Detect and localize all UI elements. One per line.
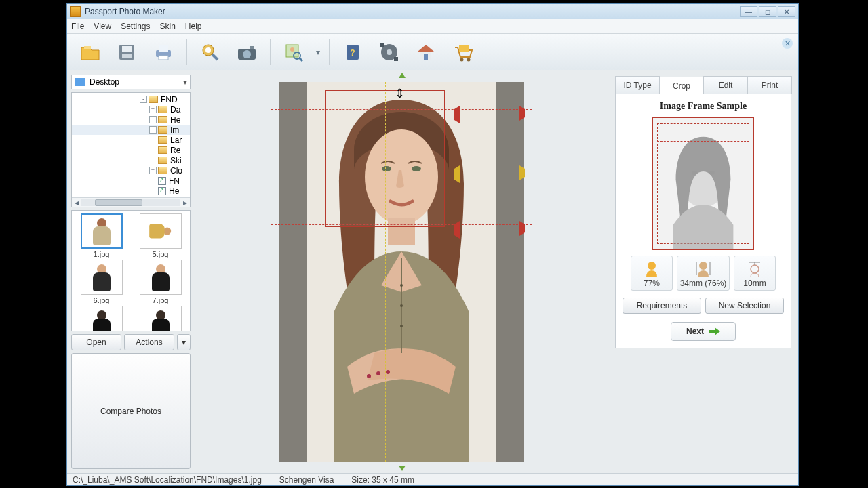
top-margin-icon [747,260,763,277]
tab-crop[interactable]: Crop [659,77,704,94]
toolbar-cart[interactable] [446,37,479,67]
tab-edit[interactable]: Edit [703,76,748,94]
thumbnail-item[interactable]: 9.jpg [134,306,187,331]
svg-point-41 [699,262,707,270]
tree-item[interactable]: +He [72,115,190,125]
crop-panel: Image Frame Sample [615,94,791,348]
metric-face: 77% [631,256,673,291]
location-combo[interactable]: Desktop ▾ [71,75,191,89]
crop-marker-bottom[interactable] [399,466,406,471]
toolbar-open[interactable] [74,37,106,67]
thumbnail-label: 5.jpg [153,250,169,258]
thumbnail-grid[interactable]: 1.jpg5.jpg6.jpg7.jpg8.jpg9.jpg...421169_… [71,210,191,331]
status-size: Size: 35 x 45 mm [351,475,414,485]
guide-handle[interactable] [519,221,533,236]
svg-point-32 [376,371,380,375]
tree-item[interactable]: +Im [72,125,190,135]
menu-settings[interactable]: Settings [121,22,150,31]
svg-point-24 [467,58,471,61]
toolbar-preview[interactable] [194,37,226,67]
shortcut-icon [158,177,166,185]
head-height-icon [695,260,711,277]
toolbar: ▾ ? ✕ [67,34,798,70]
thumbnail-label: 7.jpg [153,296,169,304]
tree-item[interactable]: Ski [72,155,190,165]
minimize-button[interactable]: — [740,6,757,17]
svg-point-42 [751,265,759,273]
toolbar-find-face-dropdown[interactable]: ▾ [314,47,322,57]
guide-handle[interactable] [270,106,460,123]
compare-photos-button[interactable]: Compare Photos [71,353,191,469]
actions-button[interactable]: Actions [124,334,174,350]
tab-id-type[interactable]: ID Type [615,76,660,94]
menu-view[interactable]: View [94,22,111,31]
svg-rect-4 [159,45,168,52]
menu-skin[interactable]: Skin [160,22,176,31]
chevron-down-icon: ▾ [183,77,187,87]
thumbnail-item[interactable]: 6.jpg [75,260,128,304]
guide-handle[interactable] [270,221,460,239]
svg-rect-18 [380,43,384,47]
guide-handle[interactable] [519,106,533,121]
tree-item[interactable]: FN [72,176,190,186]
svg-point-23 [460,58,464,61]
menu-help[interactable]: Help [185,22,202,31]
toolbar-home[interactable] [410,37,442,67]
thumbnail-item[interactable]: 7.jpg [134,260,187,304]
tab-print[interactable]: Print [747,76,792,94]
maximize-button[interactable]: ◻ [759,6,776,17]
svg-point-33 [386,370,390,374]
requirements-button[interactable]: Requirements [623,298,701,314]
guide-handle[interactable] [270,165,460,183]
tree-scrollbar[interactable]: ◂▸ [72,197,190,207]
thumbnail-item[interactable]: 8.jpg [75,306,128,331]
thumbnail-label: 6.jpg [94,296,110,304]
thumbnail-label: 1.jpg [94,250,110,258]
svg-rect-22 [459,45,469,52]
app-icon [70,6,81,17]
crop-marker-top[interactable] [399,73,406,78]
folder-icon [149,96,158,103]
toolbar-camera[interactable] [231,37,263,67]
folder-icon [158,116,167,123]
menu-file[interactable]: File [71,22,84,31]
tree-item[interactable]: +Clo [72,165,190,176]
thumbnail-item[interactable]: 5.jpg [134,214,187,258]
face-icon [644,260,660,277]
tree-item[interactable]: Lar [72,135,190,145]
tree-item[interactable]: +Da [72,104,190,115]
close-panel-icon[interactable]: ✕ [782,38,793,49]
close-button[interactable]: ✕ [778,6,795,17]
tree-item[interactable]: -FND [72,94,190,104]
drive-icon [75,78,85,86]
guide-handle[interactable] [519,165,533,180]
sample-title: Image Frame Sample [660,101,747,112]
titlebar: Passport Photo Maker — ◻ ✕ [67,4,798,19]
next-label: Next [686,327,704,336]
svg-rect-21 [424,54,428,60]
actions-dropdown[interactable]: ▾ [177,334,191,350]
toolbar-find-face[interactable] [277,37,310,67]
arrow-right-icon [709,327,720,336]
toolbar-video[interactable] [373,37,406,67]
folder-icon [158,126,167,134]
photo-canvas[interactable]: ⇕ [279,82,524,462]
svg-text:?: ? [350,48,355,58]
toolbar-save[interactable] [111,37,143,67]
folder-icon [158,146,167,154]
folder-icon [158,136,167,144]
svg-point-9 [243,50,251,58]
new-selection-button[interactable]: New Selection [705,298,784,314]
svg-rect-2 [122,54,132,58]
thumbnail-item[interactable]: 1.jpg [75,214,128,258]
tree-item[interactable]: He [72,186,190,196]
tree-item[interactable]: Re [72,145,190,155]
left-panel: Desktop ▾ -FND+Da+He+ImLarReSki+CloFNHe◂… [67,70,195,473]
svg-point-35 [400,304,403,307]
open-button[interactable]: Open [71,334,121,350]
next-button[interactable]: Next [671,322,736,341]
toolbar-manual[interactable]: ? [336,37,369,67]
toolbar-print[interactable] [147,37,180,67]
svg-point-17 [387,49,392,55]
folder-tree[interactable]: -FND+Da+He+ImLarReSki+CloFNHe◂▸ [71,92,191,207]
